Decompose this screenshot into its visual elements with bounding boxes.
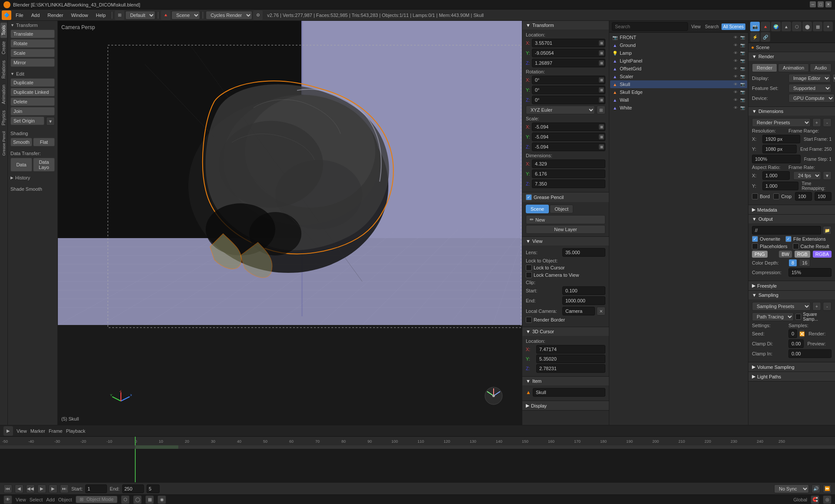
render-visibility-icon[interactable]: 📷 bbox=[739, 97, 745, 103]
mesh-icon[interactable]: ⬡ bbox=[792, 22, 802, 31]
camera-close-icon[interactable]: ✕ bbox=[597, 307, 605, 315]
rot-z-copy[interactable]: ⊞ bbox=[599, 97, 604, 103]
render-presets-add[interactable]: + bbox=[812, 118, 821, 127]
mirror-button[interactable]: Mirror bbox=[10, 58, 55, 67]
visibility-icon[interactable]: 👁 bbox=[732, 105, 738, 111]
freestyle-header[interactable]: ▶ Freestyle bbox=[748, 281, 835, 290]
rotate-button[interactable]: Rotate bbox=[10, 39, 55, 48]
menu-render[interactable]: Render bbox=[44, 12, 67, 19]
minimize-button[interactable]: ─ bbox=[810, 1, 816, 7]
dim-x-input[interactable]: 4.329 bbox=[532, 159, 605, 168]
lock-cursor-check[interactable] bbox=[526, 265, 532, 271]
outline-item-lamp[interactable]: 💡 Lamp 👁 📷 bbox=[610, 49, 747, 57]
sampling-presets-add[interactable]: + bbox=[812, 302, 821, 311]
texture-icon[interactable]: ▦ bbox=[813, 22, 822, 31]
cursor-z-value[interactable]: 2.78231 bbox=[536, 364, 605, 373]
go-to-end-btn[interactable]: ⏭ bbox=[60, 484, 69, 493]
material-icon[interactable]: ⬤ bbox=[802, 22, 812, 31]
skull-name-value[interactable]: Skull bbox=[533, 388, 605, 397]
render-visibility-icon[interactable]: 📷 bbox=[739, 66, 745, 72]
viewport-shading-tex[interactable]: ▦ bbox=[145, 495, 154, 504]
menu-help[interactable]: Help bbox=[93, 12, 110, 19]
res-y-value[interactable]: 1080 px bbox=[762, 145, 797, 153]
scene-prop-icon[interactable]: 🔺 bbox=[761, 22, 770, 31]
join-button[interactable]: Join bbox=[10, 107, 55, 116]
vtab-tools[interactable]: Tools bbox=[0, 23, 7, 38]
path-tracing-select[interactable]: Path Tracing bbox=[752, 312, 794, 321]
rotation-mode-options[interactable]: ⊞ bbox=[597, 106, 605, 114]
transform-props-header[interactable]: ▼ Transform bbox=[522, 21, 609, 30]
render-border-check[interactable] bbox=[526, 317, 532, 323]
proportional-edit-icon[interactable]: ◎ bbox=[823, 495, 832, 504]
volume-sampling-header[interactable]: ▶ Volume Sampling bbox=[748, 362, 835, 371]
select-label-status[interactable]: Select bbox=[30, 497, 43, 502]
go-to-prev-frame-btn[interactable]: ◀ bbox=[15, 484, 23, 493]
local-camera-value[interactable]: Camera bbox=[562, 307, 595, 315]
viewport-gizmo[interactable] bbox=[483, 385, 504, 408]
duplicate-linked-button[interactable]: Duplicate Linked bbox=[10, 88, 55, 96]
display-section-header[interactable]: ▶ Display bbox=[522, 401, 609, 410]
loc-x-input[interactable]: 3.55701 ⊞ bbox=[532, 39, 605, 47]
object-mode-select[interactable]: ⊞ Object Mode bbox=[76, 496, 117, 503]
render-tab-render[interactable]: Render bbox=[752, 63, 777, 72]
timeline-icon[interactable]: ▶ bbox=[3, 426, 13, 436]
view-label-status[interactable]: View bbox=[16, 497, 26, 502]
bw-btn[interactable]: BW bbox=[779, 251, 792, 258]
physics-icon[interactable]: ⚡ bbox=[750, 32, 760, 42]
frame-skip-btn[interactable]: ⏩ bbox=[823, 484, 832, 493]
item-section-header[interactable]: ▼ Item bbox=[522, 377, 609, 385]
engine-settings-icon[interactable]: ⚙ bbox=[253, 10, 263, 20]
loc-z-input[interactable]: 1.26897 ⊞ bbox=[532, 59, 605, 67]
dim-z-input[interactable]: 7.350 bbox=[532, 179, 605, 188]
vtab-create[interactable]: Create bbox=[0, 39, 7, 57]
render-presets-select[interactable]: Render Presets bbox=[752, 118, 811, 127]
outline-item-skull[interactable]: ▲ Skull 👁 📷 bbox=[610, 80, 747, 88]
data-button[interactable]: Data bbox=[10, 158, 32, 172]
render-visibility-icon[interactable]: 📷 bbox=[739, 58, 745, 64]
lock-camera-check[interactable] bbox=[526, 272, 532, 278]
data-layo-button[interactable]: Data Layo bbox=[33, 158, 55, 172]
cursor-x-value[interactable]: 7.47174 bbox=[536, 345, 605, 354]
object-label-status[interactable]: Object bbox=[58, 497, 72, 502]
end-frame-input[interactable]: 250 bbox=[122, 484, 144, 493]
grease-pencil-checkbox[interactable] bbox=[526, 194, 532, 200]
rgb-btn[interactable]: RGB bbox=[795, 251, 810, 258]
crop-check[interactable] bbox=[773, 193, 779, 199]
start-frame-input[interactable]: 1 bbox=[85, 484, 107, 493]
render-tab-audio[interactable]: Audio bbox=[810, 63, 832, 72]
gp-new-button[interactable]: ✏ New bbox=[526, 215, 605, 224]
clamp-indirect-value[interactable]: 0.00 bbox=[788, 349, 832, 358]
outline-item-front[interactable]: 📷 FRONT 👁 📷 bbox=[610, 33, 747, 41]
outliner-tab-all-scenes[interactable]: All Scenes bbox=[721, 23, 745, 30]
flat-button[interactable]: Flat bbox=[33, 138, 55, 146]
output-path[interactable]: // bbox=[752, 226, 821, 235]
loc-z-copy[interactable]: ⊞ bbox=[599, 60, 604, 66]
viewport-shading-solid[interactable]: ◯ bbox=[133, 495, 142, 504]
audio-mute-btn[interactable]: 🔊 bbox=[812, 484, 820, 493]
rot-y-copy[interactable]: ⊞ bbox=[599, 87, 604, 93]
visibility-icon[interactable]: 👁 bbox=[732, 50, 738, 56]
visibility-icon[interactable]: 👁 bbox=[732, 89, 738, 95]
translate-button[interactable]: Translate bbox=[10, 30, 55, 38]
color-depth-8[interactable]: 8 bbox=[788, 259, 797, 267]
visibility-icon[interactable]: 👁 bbox=[732, 97, 738, 103]
duplicate-button[interactable]: Duplicate bbox=[10, 78, 55, 87]
seed-value[interactable]: 0 bbox=[788, 329, 797, 338]
rot-x-copy[interactable]: ⊞ bbox=[599, 77, 604, 83]
render-visibility-icon[interactable]: 📷 bbox=[739, 89, 745, 95]
visibility-icon[interactable]: 👁 bbox=[732, 66, 738, 72]
square-sample-check[interactable] bbox=[795, 314, 801, 320]
seed-random-icon[interactable]: 🔀 bbox=[799, 329, 805, 338]
vtab-grease-pencil[interactable]: Grease Pencil bbox=[1, 129, 7, 159]
render-visibility-icon[interactable]: 📷 bbox=[739, 42, 745, 48]
loc-x-copy[interactable]: ⊞ bbox=[599, 40, 604, 46]
color-depth-16[interactable]: 16 bbox=[799, 259, 810, 267]
light-paths-header[interactable]: ▶ Light Paths bbox=[748, 372, 835, 381]
timeline-content[interactable]: -50 -40 -30 -20 -10 0 10 20 30 40 50 60 … bbox=[0, 437, 835, 482]
viewport-shading-render[interactable]: ◉ bbox=[157, 495, 166, 504]
feature-set-select[interactable]: Supported bbox=[788, 84, 832, 93]
cursor-section-header[interactable]: ▼ 3D Cursor bbox=[522, 327, 609, 336]
display-select[interactable]: Image Editor bbox=[788, 74, 831, 83]
sampling-presets-select[interactable]: Sampling Presets bbox=[752, 302, 811, 311]
dimensions-section-header[interactable]: ▼ Dimensions bbox=[748, 107, 835, 116]
